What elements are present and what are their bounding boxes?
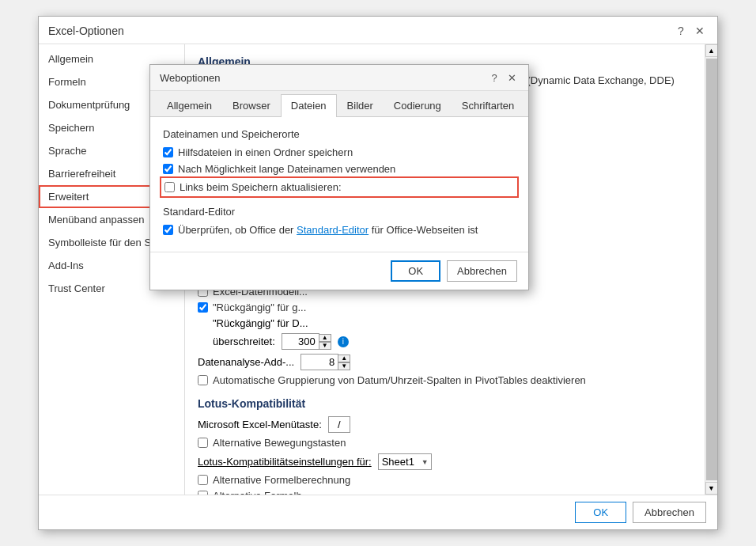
sub-option-lange-namen: Nach Möglichkeit lange Dateinamen verwen…	[163, 163, 516, 175]
sub-checkbox-lange-namen[interactable]	[163, 164, 173, 174]
sub-content: Dateinamen und Speicherorte Hilfsdateien…	[150, 117, 528, 252]
label-lotuseinst: Lotus-Kompatibilitätseinstellungen für:	[198, 456, 372, 468]
spin-input-8[interactable]	[301, 354, 338, 370]
label-altformelx: Alternative Formelb...	[213, 490, 311, 495]
sub-checkbox-editor[interactable]	[163, 225, 173, 235]
excel-options-dialog: Excel-Optionen ? ✕ Allgemein Formeln Dok…	[38, 16, 718, 530]
sub-titlebar: Weboptionen ? ✕	[150, 65, 528, 91]
tab-codierung[interactable]: Codierung	[384, 94, 452, 116]
sub-section-editor: Standard-Editor	[163, 206, 516, 218]
spinbox-btns-8: ▲ ▼	[338, 355, 350, 370]
sub-label-lange-namen: Nach Möglichkeit lange Dateinamen verwen…	[178, 163, 395, 175]
sub-label-editor: Überprüfen, ob Office der Standard-Edito…	[178, 224, 478, 236]
titlebar: Excel-Optionen ? ✕	[39, 17, 717, 44]
label-altbewegung: Alternative Bewegungstasten	[213, 437, 346, 449]
spin-input-300[interactable]	[282, 333, 319, 350]
label-menütaste: Microsoft Excel-Menütaste:	[198, 419, 322, 430]
sub-option-links: Links beim Speichern aktualisieren:	[163, 180, 516, 195]
sub-help-icon[interactable]: ?	[487, 70, 501, 85]
lotus-dropdown[interactable]: Sheet1	[378, 453, 432, 470]
cancel-button[interactable]: Abbrechen	[633, 502, 706, 523]
sub-tabs: Allgemein Browser Dateien Bilder Codieru…	[150, 91, 528, 117]
menutaste-input[interactable]	[328, 416, 350, 433]
label-rueckgaengig3: "Rückgängig" für g...	[213, 301, 306, 313]
sub-label-hilfsdateien: Hilfsdateien in einen Ordner speichern	[178, 146, 353, 158]
close-icon[interactable]: ✕	[692, 23, 708, 39]
spin-up-300[interactable]: ▲	[319, 334, 331, 342]
spin-up-8[interactable]: ▲	[338, 355, 350, 362]
scroll-down-arrow[interactable]: ▼	[705, 482, 718, 495]
sub-section-dateiname: Dateinamen und Speicherorte	[163, 128, 516, 140]
sub-option-editor: Überprüfen, ob Office der Standard-Edito…	[163, 224, 516, 236]
label-rueckgaengig4: "Rückgängig" für D...	[213, 317, 308, 329]
sub-close-icon[interactable]: ✕	[505, 70, 519, 85]
option-altformel: Alternative Formelberechnung	[198, 474, 692, 486]
label-autgruppierung: Automatische Gruppierung von Datum/Uhrze…	[213, 374, 586, 386]
spinbox-300: ▲ ▼	[282, 333, 331, 350]
sub-titlebar-icons: ? ✕	[487, 70, 519, 85]
ok-button[interactable]: OK	[575, 502, 626, 523]
option-altbewegung: Alternative Bewegungstasten	[198, 437, 692, 449]
sub-dialog-footer: OK Abbrechen	[150, 252, 528, 290]
checkbox-altbewegung[interactable]	[198, 438, 208, 448]
scroll-up-arrow[interactable]: ▲	[705, 44, 718, 57]
sub-cancel-button[interactable]: Abbrechen	[447, 260, 517, 282]
info-icon-300[interactable]: i	[338, 336, 349, 347]
sub-label-links: Links beim Speichern aktualisieren:	[180, 181, 342, 193]
option-altformelx: Alternative Formelb...	[198, 490, 692, 495]
sub-dialog-title: Weboptionen	[160, 72, 220, 84]
titlebar-icons: ? ✕	[673, 23, 708, 39]
checkbox-altformel[interactable]	[198, 475, 208, 485]
label-datenanalyse: Datenanalyse-Add-...	[198, 356, 294, 368]
checkbox-rueckgaengig3[interactable]	[198, 302, 208, 313]
tab-browser[interactable]: Browser	[222, 94, 281, 116]
label-ueberschreitet: überschreitet:	[213, 336, 275, 347]
right-scrollbar[interactable]: ▲ ▼	[705, 44, 717, 495]
lotus-select-wrapper: Sheet1	[378, 453, 432, 470]
checkbox-altformelx[interactable]	[198, 491, 208, 495]
sub-checkbox-hilfsdateien[interactable]	[163, 147, 173, 157]
sub-ok-button[interactable]: OK	[391, 260, 440, 282]
checkbox-autgruppierung[interactable]	[198, 375, 208, 385]
spin-down-8[interactable]: ▼	[338, 362, 350, 370]
section-lotus-title: Lotus-Kompatibilität	[198, 397, 692, 410]
dialog-title: Excel-Optionen	[48, 25, 124, 37]
weboptionen-dialog: Weboptionen ? ✕ Allgemein Browser Dateie…	[149, 64, 529, 290]
option-rueckgaengig3: "Rückgängig" für g...	[198, 301, 692, 313]
label-altformel: Alternative Formelberechnung	[213, 474, 350, 486]
dialog-footer: OK Abbrechen	[39, 495, 717, 529]
scroll-thumb[interactable]	[706, 59, 717, 480]
spinbox-8: ▲ ▼	[301, 354, 350, 370]
option-autgruppierung: Automatische Gruppierung von Datum/Uhrze…	[198, 374, 692, 386]
spinbox-btns-300: ▲ ▼	[319, 334, 331, 350]
tab-bilder[interactable]: Bilder	[337, 94, 384, 116]
tab-allgemein[interactable]: Allgemein	[157, 94, 222, 116]
sub-option-hilfsdateien: Hilfsdateien in einen Ordner speichern	[163, 146, 516, 158]
tab-dateien[interactable]: Dateien	[281, 94, 337, 117]
help-icon[interactable]: ?	[673, 23, 689, 39]
tab-schriftarten[interactable]: Schriftarten	[452, 94, 524, 116]
sub-checkbox-links[interactable]	[164, 182, 175, 192]
spin-down-300[interactable]: ▼	[319, 342, 331, 350]
